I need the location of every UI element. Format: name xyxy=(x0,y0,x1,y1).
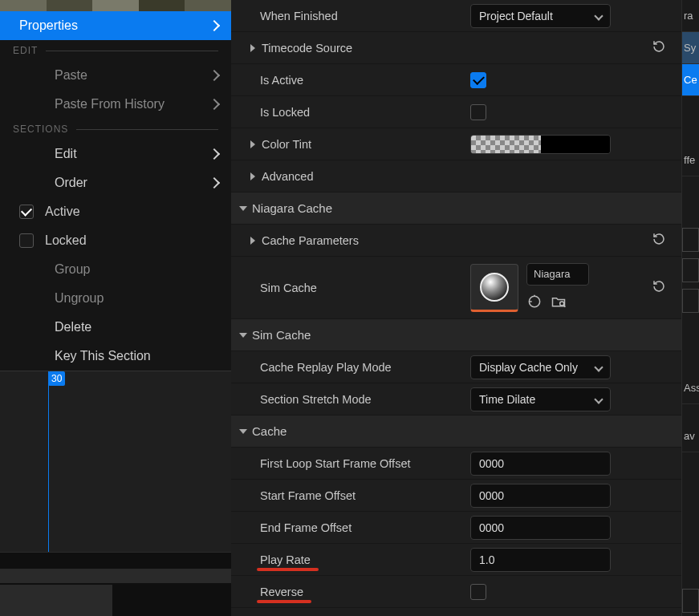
section-niagara-cache[interactable]: Niagara Cache xyxy=(231,192,681,225)
play-rate-label: Play Rate xyxy=(260,553,311,566)
menu-key-section[interactable]: Key This Section xyxy=(0,342,231,371)
play-rate-input[interactable]: 1.0 xyxy=(470,548,611,572)
menu-active-label: Active xyxy=(45,205,80,219)
use-selected-icon[interactable] xyxy=(526,294,543,313)
bottom-bar-b xyxy=(0,585,112,616)
is-active-checkbox[interactable] xyxy=(470,72,486,88)
menu-sep-sections-label: SECTIONS xyxy=(13,124,68,135)
rs-item[interactable]: Ass xyxy=(682,372,699,404)
rs-item[interactable]: ffe xyxy=(682,144,699,176)
menu-order[interactable]: Order xyxy=(0,168,231,197)
rs-box[interactable] xyxy=(682,258,699,282)
menu-paste-history[interactable]: Paste From History xyxy=(0,90,231,119)
context-menu-panel: Properties EDIT Paste Paste From History… xyxy=(0,0,231,616)
section-stretch-mode-value: Time Dilate xyxy=(479,393,535,406)
prop-advanced[interactable]: Advanced xyxy=(231,160,681,192)
section-stretch-mode-label: Section Stretch Mode xyxy=(231,393,470,406)
chevron-right-icon xyxy=(209,99,220,110)
rs-item[interactable]: ra xyxy=(682,0,699,32)
menu-delete-label: Delete xyxy=(55,320,91,334)
reverse-checkbox[interactable] xyxy=(470,584,486,600)
menu-group-label: Group xyxy=(55,262,90,277)
chevron-right-icon xyxy=(209,177,220,188)
chevron-right-icon xyxy=(209,20,220,31)
menu-delete[interactable]: Delete xyxy=(0,313,231,342)
rs-item[interactable]: av xyxy=(682,420,699,452)
rs-item[interactable]: Ce xyxy=(682,64,699,96)
expand-icon[interactable] xyxy=(250,140,255,148)
prop-when-finished: When Finished Project Default xyxy=(231,0,681,32)
collapse-icon[interactable] xyxy=(239,333,247,338)
asset-thumbnail[interactable] xyxy=(470,264,518,312)
rs-item[interactable]: Sy xyxy=(682,32,699,64)
color-tint-label: Color Tint xyxy=(262,138,311,151)
menu-active[interactable]: Active xyxy=(0,197,231,226)
section-sim-cache[interactable]: Sim Cache xyxy=(231,319,681,351)
bottom-bars xyxy=(0,552,231,616)
properties-panel: When Finished Project Default Timecode S… xyxy=(231,0,681,616)
when-finished-dropdown[interactable]: Project Default xyxy=(470,4,611,28)
menu-group[interactable]: Group xyxy=(0,255,231,284)
playhead[interactable] xyxy=(48,371,49,552)
prop-timecode-source: Timecode Source xyxy=(231,32,681,64)
thumbnail-strip xyxy=(0,0,231,11)
menu-edit[interactable]: Edit xyxy=(0,140,231,168)
collapse-icon[interactable] xyxy=(239,429,247,434)
menu-paste[interactable]: Paste xyxy=(0,61,231,90)
collapse-icon[interactable] xyxy=(239,206,247,211)
checkbox-active[interactable] xyxy=(19,205,34,219)
rs-box[interactable] xyxy=(682,228,699,252)
prop-sim-cache: Sim Cache Niagara xyxy=(231,257,681,319)
cache-replay-mode-label: Cache Replay Play Mode xyxy=(231,361,470,374)
expand-icon[interactable] xyxy=(250,237,255,245)
sim-cache-asset-slot: Niagara xyxy=(470,263,589,313)
end-frame-offset-input[interactable]: 0000 xyxy=(470,516,611,540)
right-sliver: ra Sy Ce ffe Ass av xyxy=(681,0,699,616)
chevron-right-icon xyxy=(209,70,220,81)
rs-box[interactable] xyxy=(682,289,699,313)
reset-icon[interactable] xyxy=(652,232,666,249)
section-cache[interactable]: Cache xyxy=(231,415,681,448)
menu-ungroup[interactable]: Ungroup xyxy=(0,284,231,313)
prop-is-active: Is Active xyxy=(231,64,681,96)
chevron-down-icon xyxy=(594,363,603,371)
cache-replay-mode-dropdown[interactable]: Display Cache Only xyxy=(470,355,611,379)
reset-icon[interactable] xyxy=(652,279,666,297)
sim-cache-label: Sim Cache xyxy=(231,282,470,294)
menu-locked[interactable]: Locked xyxy=(0,226,231,255)
checker-icon xyxy=(471,136,541,153)
menu-key-section-label: Key This Section xyxy=(55,349,151,363)
prop-start-frame-offset: Start Frame Offset 0000 xyxy=(231,480,681,512)
when-finished-value: Project Default xyxy=(479,10,553,22)
start-frame-offset-input[interactable]: 0000 xyxy=(470,484,611,508)
first-loop-offset-input[interactable]: 0000 xyxy=(470,452,611,476)
menu-paste-history-label: Paste From History xyxy=(55,97,165,111)
reset-icon[interactable] xyxy=(652,39,666,57)
expand-icon[interactable] xyxy=(250,172,255,180)
rs-box[interactable] xyxy=(682,589,699,613)
color-tint-swatch[interactable] xyxy=(470,135,611,154)
start-frame-offset-label: Start Frame Offset xyxy=(231,489,470,502)
section-stretch-mode-dropdown[interactable]: Time Dilate xyxy=(470,387,611,411)
chevron-down-icon xyxy=(594,11,603,20)
prop-is-locked: Is Locked xyxy=(231,96,681,128)
checkbox-locked[interactable] xyxy=(19,233,34,248)
menu-properties[interactable]: Properties xyxy=(0,11,231,40)
play-rate-value: 1.0 xyxy=(479,553,494,566)
menu-edit-label: Edit xyxy=(55,147,77,161)
cache-replay-mode-value: Display Cache Only xyxy=(479,361,578,374)
is-locked-checkbox[interactable] xyxy=(470,104,486,120)
sphere-icon xyxy=(480,273,509,302)
prop-reverse: Reverse xyxy=(231,576,681,608)
menu-sep-edit-label: EDIT xyxy=(13,45,38,56)
reverse-label: Reverse xyxy=(260,586,303,598)
asset-type-dropdown[interactable]: Niagara xyxy=(526,263,589,286)
is-locked-label: Is Locked xyxy=(231,106,470,119)
expand-icon[interactable] xyxy=(250,44,255,52)
timeline[interactable]: 30 xyxy=(0,371,231,552)
chevron-right-icon xyxy=(209,148,220,160)
asset-type-value: Niagara xyxy=(534,268,571,280)
prop-end-frame-offset: End Frame Offset 0000 xyxy=(231,512,681,544)
browse-icon[interactable] xyxy=(551,294,567,313)
menu-separator-edit: EDIT xyxy=(0,40,231,61)
